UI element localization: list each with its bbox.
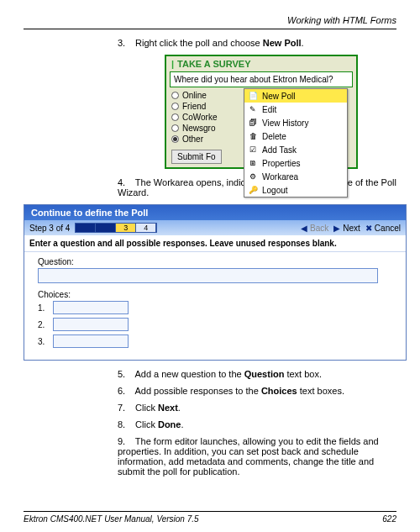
step-6-suffix: text boxes. <box>297 386 344 396</box>
cancel-icon: ✖ <box>365 224 372 233</box>
step-9-text: The form editor launches, allowing you t… <box>118 436 379 477</box>
step-6-bold: Choices <box>261 386 297 396</box>
step-6: 6. Add possible responses to the Choices… <box>118 386 396 396</box>
step-7-bold: Next <box>158 403 178 413</box>
progress-seg-1 <box>76 224 96 232</box>
step-3: 3. Right click the poll and choose New P… <box>118 38 396 48</box>
footer-rule <box>24 511 396 512</box>
choice-input-3[interactable] <box>53 334 129 348</box>
wizard-step-bar: Step 3 of 4 3 4 ◀Back ▶Next ✖Cancel <box>24 220 406 235</box>
choice-input-2[interactable] <box>53 318 129 331</box>
progress-seg-3: 3 <box>116 224 136 232</box>
survey-heading: |TAKE A SURVEY <box>166 56 356 71</box>
wizard-prompt: Enter a question and all possible respon… <box>24 235 406 252</box>
choice-row: 3. <box>38 334 392 348</box>
back-button[interactable]: ◀Back <box>301 224 328 233</box>
progress-seg-2 <box>96 224 116 232</box>
trash-icon: 🗑 <box>248 131 258 141</box>
step-6-text: Add possible responses to the <box>134 386 260 396</box>
step-7-text: Click <box>135 403 158 413</box>
arrow-left-icon: ◀ <box>301 224 307 233</box>
choice-input-1[interactable] <box>53 301 129 314</box>
step-8-suffix: . <box>181 419 183 429</box>
wizard-body: Question: Choices: 1. 2. 3. <box>24 252 406 360</box>
step-3-text: Right click the poll and choose <box>135 38 263 48</box>
progress-track: 3 4 <box>75 223 157 233</box>
ctx-item-view-history[interactable]: 🗐View History <box>244 116 347 129</box>
document-icon: 📄 <box>248 91 258 101</box>
choice-num: 1. <box>38 303 48 313</box>
page-header-title: Working with HTML Forms <box>24 15 396 25</box>
step-8-bold: Done <box>158 419 181 429</box>
ctx-item-delete[interactable]: 🗑Delete <box>244 129 347 143</box>
choice-row: 2. <box>38 318 392 331</box>
step-8-num: 8. <box>118 419 133 429</box>
radio-icon <box>171 135 179 143</box>
step-7-suffix: . <box>178 403 181 413</box>
step-6-num: 6. <box>118 386 133 396</box>
step-7-num: 7. <box>118 403 133 413</box>
task-icon: ☑ <box>248 145 258 155</box>
ctx-item-workarea[interactable]: ⚙Workarea <box>244 170 347 183</box>
radio-icon <box>171 92 179 99</box>
choices-label: Choices: <box>38 290 392 299</box>
footer-page-number: 622 <box>382 514 396 524</box>
poll-wizard: Continue to define the Poll Step 3 of 4 … <box>24 204 407 361</box>
choice-num: 3. <box>38 337 48 346</box>
choice-row: 1. <box>38 301 392 314</box>
ctx-item-logout[interactable]: 🔑Logout <box>244 183 347 197</box>
step-9: 9. The form editor launches, allowing yo… <box>118 436 396 477</box>
footer-manual-title: Ektron CMS400.NET User Manual, Version 7… <box>24 514 199 524</box>
gear-icon: ⚙ <box>248 171 258 182</box>
survey-question: Where did you hear about Ektron Medical? <box>170 71 353 87</box>
page-footer: Ektron CMS400.NET User Manual, Version 7… <box>24 511 396 524</box>
ctx-item-properties[interactable]: 🗎Properties <box>244 156 347 170</box>
step-5: 5. Add a new question to the Question te… <box>118 369 396 379</box>
next-button[interactable]: ▶Next <box>333 224 360 233</box>
radio-icon <box>171 103 179 110</box>
progress-seg-4: 4 <box>136 224 156 232</box>
step-5-suffix: text box. <box>284 369 322 379</box>
step-3-suffix: . <box>302 38 304 48</box>
step-3-bold: New Poll <box>263 38 302 48</box>
context-menu: 📄New Poll ✎Edit 🗐View History 🗑Delete ☑A… <box>244 88 348 198</box>
step-9-num: 9. <box>118 436 133 446</box>
step-4-num: 4. <box>118 177 133 187</box>
radio-icon <box>171 124 179 132</box>
step-7: 7. Click Next. <box>118 403 396 413</box>
cancel-button[interactable]: ✖Cancel <box>365 224 401 233</box>
choice-num: 2. <box>38 320 48 329</box>
key-icon: 🔑 <box>248 185 258 195</box>
arrow-right-icon: ▶ <box>333 224 340 233</box>
submit-button[interactable]: Submit Fo <box>171 150 222 164</box>
ctx-item-edit[interactable]: ✎Edit <box>244 103 347 116</box>
properties-icon: 🗎 <box>248 158 258 168</box>
question-input[interactable] <box>38 268 378 283</box>
step-5-num: 5. <box>118 369 133 379</box>
step-indicator: Step 3 of 4 <box>29 224 70 233</box>
ctx-item-add-task[interactable]: ☑Add Task <box>244 143 347 156</box>
header-rule <box>24 29 396 29</box>
history-icon: 🗐 <box>248 118 258 128</box>
wizard-title: Continue to define the Poll <box>24 205 406 220</box>
pencil-icon: ✎ <box>248 104 258 114</box>
survey-panel: |TAKE A SURVEY Where did you hear about … <box>165 55 358 169</box>
step-5-text: Add a new question to the <box>134 369 244 379</box>
ctx-item-new-poll[interactable]: 📄New Poll <box>244 89 347 103</box>
question-label: Question: <box>38 257 392 266</box>
step-5-bold: Question <box>244 369 285 379</box>
step-8-text: Click <box>135 419 158 429</box>
step-8: 8. Click Done. <box>118 419 396 429</box>
step-3-num: 3. <box>118 38 133 48</box>
radio-icon <box>171 113 179 121</box>
